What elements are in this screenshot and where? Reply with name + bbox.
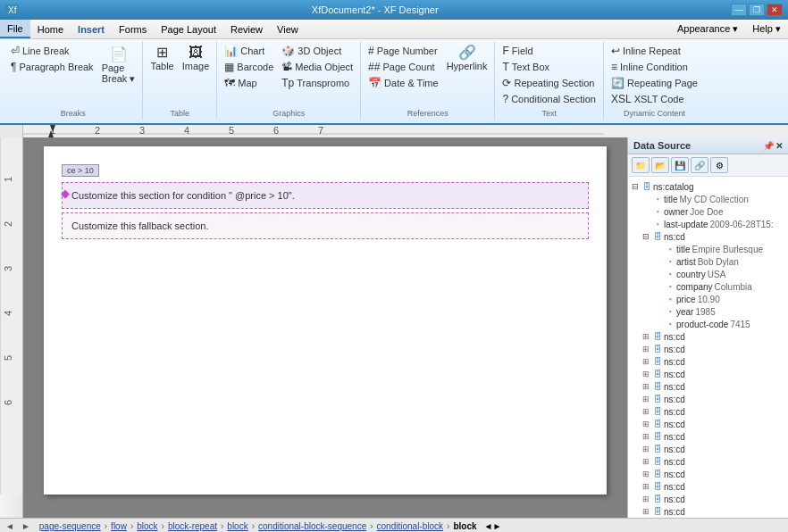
tree-item-company[interactable]: ▪ company Columbia [628, 280, 788, 293]
tree-item-nscd-4[interactable]: ⊞ 🗄 ns:cd [628, 355, 788, 368]
table-buttons: ⊞ Table 🖼 Image [147, 43, 213, 107]
breadcrumb-block-active[interactable]: block [453, 521, 476, 531]
tree-item-nscd-10[interactable]: ⊞ 🗄 ns:cd [628, 430, 788, 443]
tree-item-title[interactable]: ▪ title My CD Collection [628, 193, 788, 205]
date-time-button[interactable]: 📅 Date & Time [365, 75, 442, 91]
menu-view[interactable]: View [270, 20, 306, 38]
nav-next-button[interactable]: ► [21, 521, 30, 531]
breadcrumb-block-2[interactable]: block [227, 521, 247, 531]
ribbon-group-dynamic: ↩ Inline Repeat ≡ Inline Condition 🔄 Rep… [604, 41, 705, 120]
menu-forms[interactable]: Forms [112, 20, 154, 38]
ds-link-button[interactable]: 🔗 [691, 157, 708, 173]
tree-item-product-code[interactable]: ▪ product-code 7415 [628, 318, 788, 330]
tree-item-nscd-14[interactable]: ⊞ 🗄 ns:cd [628, 480, 788, 493]
tree-item-last-update[interactable]: ▪ last-update 2009-06-28T15: [628, 218, 788, 230]
conditional-section-button[interactable]: ? Conditional Section [499, 91, 599, 107]
map-icon: 🗺 [224, 77, 235, 89]
text-box-button[interactable]: T Text Box [499, 59, 599, 75]
tree-item-nscd-16[interactable]: ⊞ 🗄 ns:cd [628, 505, 788, 518]
media-object-button[interactable]: 📽 Media Object [278, 59, 356, 75]
menu-review[interactable]: Review [223, 20, 270, 38]
page-break-button[interactable]: 📄 PageBreak ▾ [98, 45, 139, 87]
tree-item-artist[interactable]: ▪ artist Bob Dylan [628, 255, 788, 268]
ds-save-button[interactable]: 💾 [671, 157, 689, 173]
table-label: Table [147, 109, 213, 118]
tree-item-nscd-12[interactable]: ⊞ 🗄 ns:cd [628, 455, 788, 468]
tree-item-year[interactable]: ▪ year 1985 [628, 305, 788, 318]
ds-open-button[interactable]: 📂 [651, 157, 669, 173]
tree-item-nscd-5[interactable]: ⊞ 🗄 ns:cd [628, 368, 788, 380]
menu-page-layout[interactable]: Page Layout [154, 20, 223, 38]
tree-item-country[interactable]: ▪ country USA [628, 268, 788, 280]
chart-button[interactable]: 📊 Chart [221, 43, 277, 59]
menu-home[interactable]: Home [30, 20, 71, 38]
expand-catalog[interactable]: ⊟ [630, 181, 641, 192]
hyperlink-button[interactable]: 🔗 Hyperlink [443, 43, 491, 74]
tree-item-nscd-13[interactable]: ⊞ 🗄 ns:cd [628, 468, 788, 480]
page-count-button[interactable]: ## Page Count [365, 59, 442, 75]
menu-help[interactable]: Help ▾ [745, 20, 788, 38]
close-button[interactable]: ✕ [767, 4, 783, 16]
table-button[interactable]: ⊞ Table [147, 43, 177, 74]
expand-nscd[interactable]: ⊟ [641, 231, 651, 242]
tree-item-nscd-expanded[interactable]: ⊟ 🗄 ns:cd [628, 230, 788, 243]
tree-item-nscd-6[interactable]: ⊞ 🗄 ns:cd [628, 380, 788, 393]
3d-object-button[interactable]: 🎲 3D Object [278, 43, 356, 59]
tree-item-nscd-15[interactable]: ⊞ 🗄 ns:cd [628, 493, 788, 505]
ds-tree[interactable]: ⊟ 🗄 ns:catalog ▪ title My CD Collection … [628, 177, 788, 518]
icon-nscd: 🗄 [651, 231, 664, 242]
content-area: 1 2 3 4 5 6 ce > 10 ◆ Customi [0, 137, 788, 518]
tree-item-nscd-11[interactable]: ⊞ 🗄 ns:cd [628, 443, 788, 455]
text-buttons: F Field T Text Box ⟳ Repeating Section ?… [499, 43, 599, 107]
breadcrumb-block-1[interactable]: block [137, 521, 157, 531]
menu-appearance[interactable]: Appearance ▾ [670, 20, 745, 38]
xslt-code-button[interactable]: XSL XSLT Code [608, 91, 701, 107]
breadcrumb-flow[interactable]: flow [111, 521, 127, 531]
restore-button[interactable]: ❐ [749, 4, 765, 16]
barcode-icon: ▦ [224, 61, 234, 73]
xslt-icon: XSL [611, 93, 632, 105]
ruler-area: 1 2 3 4 5 6 7 [0, 125, 788, 137]
repeating-page-button[interactable]: 🔄 Repeating Page [608, 75, 701, 91]
minimize-button[interactable]: — [731, 4, 747, 16]
ds-new-button[interactable]: 📁 [632, 157, 650, 173]
line-break-button[interactable]: ⏎ Line Break [7, 43, 97, 59]
inline-repeat-button[interactable]: ↩ Inline Repeat [608, 43, 701, 59]
ds-pin-button[interactable]: 📌 [763, 141, 774, 151]
transpromo-button[interactable]: Tp Transpromo [278, 75, 356, 91]
document-page: ce > 10 ◆ Customize this section for con… [44, 146, 607, 495]
page-number-button[interactable]: # Page Number [365, 43, 442, 59]
repeating-section-button[interactable]: ⟳ Repeating Section [499, 75, 599, 91]
tree-item-nscd-2[interactable]: ⊞ 🗄 ns:cd [628, 330, 788, 343]
menu-insert[interactable]: Insert [71, 20, 112, 38]
text-box-icon: T [502, 61, 508, 73]
line-break-icon: ⏎ [11, 45, 20, 57]
ds-close-button[interactable]: ✕ [775, 141, 783, 151]
tree-item-nscd-9[interactable]: ⊞ 🗄 ns:cd [628, 418, 788, 430]
canvas-area[interactable]: ce > 10 ◆ Customize this section for con… [23, 137, 627, 518]
inline-condition-button[interactable]: ≡ Inline Condition [608, 59, 701, 75]
tree-item-cd-title[interactable]: ▪ title Empire Burlesque [628, 243, 788, 255]
svg-text:3: 3 [3, 266, 13, 271]
breadcrumb-more-arrow[interactable]: ◄► [484, 521, 502, 531]
paragraph-break-button[interactable]: ¶ Paragraph Break [7, 59, 97, 75]
tree-item-owner[interactable]: ▪ owner Joe Doe [628, 205, 788, 218]
media-icon: 📽 [281, 61, 292, 73]
tree-item-price[interactable]: ▪ price 10.90 [628, 293, 788, 305]
tree-item-nscd-7[interactable]: ⊞ 🗄 ns:cd [628, 393, 788, 405]
barcode-button[interactable]: ▦ Barcode [221, 59, 277, 75]
tree-item-nscd-3[interactable]: ⊞ 🗄 ns:cd [628, 343, 788, 355]
map-button[interactable]: 🗺 Map [221, 75, 277, 91]
breadcrumb-block-repeat[interactable]: block-repeat [168, 521, 217, 531]
ds-settings-button[interactable]: ⚙ [710, 157, 728, 173]
breadcrumb-page-sequence[interactable]: page-sequence [39, 521, 101, 531]
tree-item-catalog[interactable]: ⊟ 🗄 ns:catalog [628, 180, 788, 193]
tree-item-nscd-8[interactable]: ⊞ 🗄 ns:cd [628, 405, 788, 418]
image-button[interactable]: 🖼 Image [179, 43, 214, 74]
breadcrumb-conditional-block-sequence[interactable]: conditional-block-sequence [258, 521, 366, 531]
field-button[interactable]: F Field [499, 43, 599, 59]
breadcrumb-conditional-block[interactable]: conditional-block [377, 521, 444, 531]
ribbon-group-references: # Page Number ## Page Count 📅 Date & Tim… [361, 41, 495, 120]
menu-file[interactable]: File [0, 20, 30, 38]
nav-prev-button[interactable]: ◄ [5, 521, 14, 531]
